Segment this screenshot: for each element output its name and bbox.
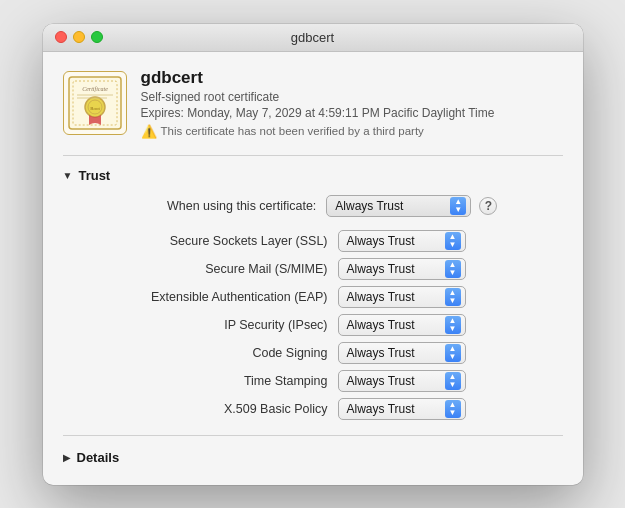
trust-row: Secure Sockets Layer (SSL) Always Trust … [63, 227, 563, 255]
cert-header: Certificate Root gdbcert Self-signed roo… [63, 68, 563, 139]
trust-table: Secure Sockets Layer (SSL) Always Trust … [63, 227, 563, 423]
cert-warning: ⚠️ This certificate has not been verifie… [141, 124, 563, 139]
eap-arrows-icon: ▲ ▼ [445, 288, 461, 306]
codesigning-arrows-icon: ▲ ▼ [445, 344, 461, 362]
cert-name: gdbcert [141, 68, 563, 88]
minimize-button[interactable] [73, 31, 85, 43]
when-using-select[interactable]: Always Trust ▲ ▼ [326, 195, 471, 217]
close-button[interactable] [55, 31, 67, 43]
trust-row-label: Code Signing [63, 339, 338, 367]
details-section-header[interactable]: ▶ Details [63, 450, 563, 465]
ssl-select[interactable]: Always Trust ▲ ▼ [338, 230, 466, 252]
trust-row-control: Always Trust ▲ ▼ [338, 227, 563, 255]
trust-row: Secure Mail (S/MIME) Always Trust ▲ ▼ [63, 255, 563, 283]
trust-row-control: Always Trust ▲ ▼ [338, 395, 563, 423]
trust-row-label: Time Stamping [63, 367, 338, 395]
trust-row: Time Stamping Always Trust ▲ ▼ [63, 367, 563, 395]
trust-row-control: Always Trust ▲ ▼ [338, 255, 563, 283]
svg-text:Root: Root [90, 106, 100, 111]
eap-value: Always Trust [347, 290, 439, 304]
cert-type: Self-signed root certificate [141, 90, 563, 104]
eap-select[interactable]: Always Trust ▲ ▼ [338, 286, 466, 308]
ipsec-select[interactable]: Always Trust ▲ ▼ [338, 314, 466, 336]
trust-row-label: Extensible Authentication (EAP) [63, 283, 338, 311]
trust-section-title: Trust [78, 168, 110, 183]
down-arrow-icon: ▼ [454, 206, 462, 214]
smime-arrows-icon: ▲ ▼ [445, 260, 461, 278]
ipsec-value: Always Trust [347, 318, 439, 332]
when-using-label: When using this certificate: [71, 199, 327, 213]
smime-value: Always Trust [347, 262, 439, 276]
trust-row-control: Always Trust ▲ ▼ [338, 339, 563, 367]
main-window: gdbcert Certificate Root [43, 24, 583, 485]
x509-select[interactable]: Always Trust ▲ ▼ [338, 398, 466, 420]
cert-expires: Expires: Monday, May 7, 2029 at 4:59:11 … [141, 106, 563, 120]
when-using-control: Always Trust ▲ ▼ ? [326, 195, 497, 217]
trust-arrow-icon: ▼ [63, 170, 73, 181]
ipsec-arrows-icon: ▲ ▼ [445, 316, 461, 334]
timestamping-select[interactable]: Always Trust ▲ ▼ [338, 370, 466, 392]
trust-row-label: Secure Sockets Layer (SSL) [63, 227, 338, 255]
trust-row: Code Signing Always Trust ▲ ▼ [63, 339, 563, 367]
x509-arrows-icon: ▲ ▼ [445, 400, 461, 418]
content-area: Certificate Root gdbcert Self-signed roo… [43, 52, 583, 485]
trust-row: IP Security (IPsec) Always Trust ▲ ▼ [63, 311, 563, 339]
select-arrows-icon: ▲ ▼ [450, 197, 466, 215]
titlebar: gdbcert [43, 24, 583, 52]
codesigning-value: Always Trust [347, 346, 439, 360]
divider-bottom [63, 435, 563, 436]
cert-info: gdbcert Self-signed root certificate Exp… [141, 68, 563, 139]
cert-warning-text: This certificate has not been verified b… [161, 125, 424, 137]
trust-row-label: Secure Mail (S/MIME) [63, 255, 338, 283]
timestamping-arrows-icon: ▲ ▼ [445, 372, 461, 390]
timestamping-value: Always Trust [347, 374, 439, 388]
trust-section: ▼ Trust When using this certificate: Alw… [63, 168, 563, 423]
trust-row: X.509 Basic Policy Always Trust ▲ ▼ [63, 395, 563, 423]
trust-row-control: Always Trust ▲ ▼ [338, 367, 563, 395]
maximize-button[interactable] [91, 31, 103, 43]
smime-select[interactable]: Always Trust ▲ ▼ [338, 258, 466, 280]
when-using-value: Always Trust [335, 199, 444, 213]
details-arrow-icon: ▶ [63, 452, 71, 463]
traffic-lights [55, 31, 103, 43]
trust-row-control: Always Trust ▲ ▼ [338, 283, 563, 311]
ssl-arrows-icon: ▲ ▼ [445, 232, 461, 250]
divider-top [63, 155, 563, 156]
warning-icon: ⚠️ [141, 124, 157, 139]
help-button[interactable]: ? [479, 197, 497, 215]
codesigning-select[interactable]: Always Trust ▲ ▼ [338, 342, 466, 364]
ssl-value: Always Trust [347, 234, 439, 248]
details-section-title: Details [77, 450, 120, 465]
trust-section-header[interactable]: ▼ Trust [63, 168, 563, 183]
x509-value: Always Trust [347, 402, 439, 416]
svg-text:Certificate: Certificate [82, 86, 108, 92]
trust-row-control: Always Trust ▲ ▼ [338, 311, 563, 339]
details-section: ▶ Details [63, 450, 563, 465]
trust-row-label: IP Security (IPsec) [63, 311, 338, 339]
cert-icon: Certificate Root [63, 71, 127, 135]
trust-row: Extensible Authentication (EAP) Always T… [63, 283, 563, 311]
when-using-row: When using this certificate: Always Trus… [71, 195, 563, 217]
trust-row-label: X.509 Basic Policy [63, 395, 338, 423]
window-title: gdbcert [291, 30, 334, 45]
